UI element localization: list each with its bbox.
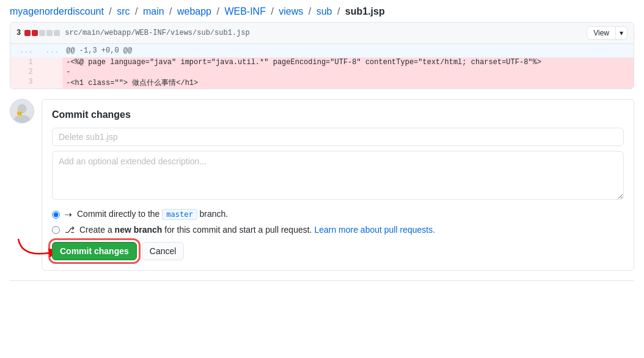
cancel-button[interactable]: Cancel [142,242,185,260]
sep7: / [337,6,340,16]
arrow-annotation [15,236,52,262]
commit-option-direct-label: Commit directly to the master branch. [77,209,228,220]
diff-table: ... ... @@ -1,3 +0,0 @@ 1 -<%@ page lang… [10,44,634,89]
diff-hunk-row: ... ... @@ -1,3 +0,0 @@ [10,44,634,57]
breadcrumb-sub[interactable]: sub [317,6,332,16]
hunk-content: @@ -1,3 +0,0 @@ [62,44,634,57]
diff-container: 3 src/main/webapp/WEB-INF/views/sub/sub1… [10,22,634,89]
diff-dot-red-2 [32,30,38,36]
sep1: / [109,6,111,16]
diff-header-left: 3 src/main/webapp/WEB-INF/views/sub/sub1… [16,29,250,37]
diff-header: 3 src/main/webapp/WEB-INF/views/sub/sub1… [10,23,634,44]
del-old-num-2: 2 [10,67,37,77]
page-wrapper: myagenorderdiscount / src / main / webap… [0,0,644,358]
svg-text:😐: 😐 [16,110,23,116]
pull-request-link[interactable]: Learn more about pull requests. [314,225,435,235]
commit-option-direct-radio[interactable] [52,211,60,219]
commit-merge-icon: ⇢ [65,210,72,219]
hunk-new-num: ... [37,44,63,57]
del-content-1: -<%@ page language="java" import="java.u… [62,57,634,67]
commit-description-textarea[interactable] [52,151,624,200]
breadcrumb-views[interactable]: views [279,6,303,16]
del-content-2: - [62,67,634,77]
diff-dot-red-1 [24,30,31,36]
breadcrumb-repo[interactable]: myagenorderdiscount [10,6,104,16]
diff-del-row-1: 1 -<%@ page language="java" import="java… [10,57,634,67]
diff-stat-number: 3 [16,29,21,37]
hunk-old-num: ... [10,44,37,57]
commit-options: ⇢ Commit directly to the master branch. … [52,209,624,235]
commit-section: 😐 Commit changes ⇢ Commit directly to th… [10,99,634,271]
page-divider [10,280,634,281]
breadcrumb: myagenorderdiscount / src / main / webap… [0,0,644,22]
breadcrumb-main[interactable]: main [143,6,164,16]
branch-badge: master [162,209,197,220]
commit-option-direct: ⇢ Commit directly to the master branch. [52,209,624,220]
del-new-num-1 [37,57,63,67]
breadcrumb-webinf[interactable]: WEB-INF [224,6,266,16]
breadcrumb-webapp[interactable]: webapp [177,6,211,16]
commit-branch-icon: ⎇ [65,225,75,235]
commit-option-new-branch-radio[interactable] [52,226,60,234]
new-branch-bold: new branch [115,225,163,235]
diff-dot-gray-2 [46,30,53,36]
del-content-3: -<h1 class=""> 做点什么事情</h1> [62,77,634,89]
diff-del-row-2: 2 - [10,67,634,77]
sep6: / [309,6,311,16]
sep2: / [135,6,137,16]
diff-dot-gray-1 [39,30,45,36]
del-new-num-3 [37,77,63,89]
commit-message-input[interactable] [52,128,624,146]
sep5: / [271,6,273,16]
diff-del-row-3: 3 -<h1 class=""> 做点什么事情</h1> [10,77,634,89]
commit-form-title: Commit changes [52,109,624,120]
avatar: 😐 [10,99,34,123]
diff-view-button[interactable]: View [587,26,616,40]
del-old-num-3: 3 [10,77,37,89]
breadcrumb-current-file: sub1.jsp [345,6,385,16]
diff-buttons: View ▾ [587,26,628,40]
commit-option-new-branch: ⎇ Create a new branch for this commit an… [52,225,624,235]
del-old-num-1: 1 [10,57,37,67]
commit-option-new-branch-label: Create a new branch for this commit and … [79,225,435,235]
breadcrumb-src[interactable]: src [117,6,130,16]
sep3: / [169,6,172,16]
commit-changes-button[interactable]: Commit changes [52,242,137,260]
diff-path: src/main/webapp/WEB-INF/views/sub/sub1.j… [65,29,249,37]
diff-view-dropdown[interactable]: ▾ [616,26,628,40]
diff-dot-gray-3 [54,30,60,36]
commit-form: Commit changes ⇢ Commit directly to the … [42,99,634,271]
sep4: / [216,6,219,16]
del-new-num-2 [37,67,63,77]
diff-stat: 3 [16,29,60,37]
commit-actions: Commit changes Cancel [52,242,624,260]
